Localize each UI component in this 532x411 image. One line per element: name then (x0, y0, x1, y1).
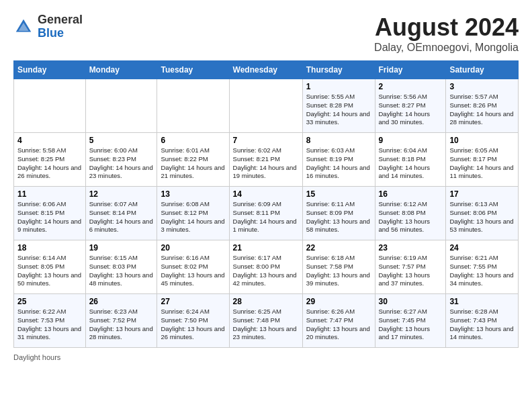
day-detail: Sunrise: 6:22 AM Sunset: 7:53 PM Dayligh… (17, 308, 82, 342)
day-number: 25 (17, 297, 82, 306)
day-number: 22 (306, 243, 371, 253)
calendar-cell: 19Sunrise: 6:15 AM Sunset: 8:03 PM Dayli… (85, 240, 157, 294)
calendar-cell: 4Sunrise: 5:58 AM Sunset: 8:25 PM Daylig… (14, 133, 86, 187)
day-number: 28 (233, 297, 299, 306)
day-number: 29 (306, 297, 371, 306)
day-detail: Sunrise: 6:15 AM Sunset: 8:03 PM Dayligh… (89, 254, 154, 288)
calendar-cell: 23Sunrise: 6:19 AM Sunset: 7:57 PM Dayli… (375, 240, 446, 294)
sub-title: Dalay, OEmnoegovi, Mongolia (374, 42, 519, 54)
day-detail: Sunrise: 6:02 AM Sunset: 8:21 PM Dayligh… (233, 146, 299, 181)
day-detail: Sunrise: 6:05 AM Sunset: 8:17 PM Dayligh… (449, 146, 515, 181)
title-block: August 2024 Dalay, OEmnoegovi, Mongolia (374, 13, 519, 54)
calendar-cell (229, 79, 302, 133)
calendar-cell: 17Sunrise: 6:13 AM Sunset: 8:06 PM Dayli… (446, 187, 519, 240)
day-number: 16 (379, 189, 443, 199)
day-number: 30 (379, 297, 443, 306)
footer: Daylight hours (13, 353, 519, 361)
day-detail: Sunrise: 5:55 AM Sunset: 8:28 PM Dayligh… (306, 93, 371, 127)
col-header-monday: Monday (85, 61, 157, 79)
calendar-cell: 2Sunrise: 5:56 AM Sunset: 8:27 PM Daylig… (375, 79, 446, 133)
calendar-cell: 10Sunrise: 6:05 AM Sunset: 8:17 PM Dayli… (446, 133, 519, 187)
day-number: 10 (449, 136, 515, 145)
day-number: 31 (449, 297, 515, 306)
day-detail: Sunrise: 6:26 AM Sunset: 7:47 PM Dayligh… (306, 308, 371, 342)
day-detail: Sunrise: 6:23 AM Sunset: 7:52 PM Dayligh… (89, 308, 154, 342)
day-detail: Sunrise: 6:13 AM Sunset: 8:06 PM Dayligh… (449, 200, 515, 234)
calendar-cell: 15Sunrise: 6:11 AM Sunset: 8:09 PM Dayli… (302, 187, 375, 240)
calendar-cell (157, 79, 229, 133)
day-number: 2 (379, 82, 443, 91)
day-detail: Sunrise: 6:09 AM Sunset: 8:11 PM Dayligh… (233, 200, 299, 234)
calendar-table: SundayMondayTuesdayWednesdayThursdayFrid… (13, 60, 519, 348)
day-detail: Sunrise: 6:04 AM Sunset: 8:18 PM Dayligh… (379, 146, 443, 181)
day-number: 3 (449, 82, 515, 91)
day-number: 19 (89, 243, 154, 253)
col-header-saturday: Saturday (446, 61, 519, 79)
day-number: 27 (161, 297, 225, 306)
day-detail: Sunrise: 6:11 AM Sunset: 8:09 PM Dayligh… (306, 200, 371, 234)
logo-icon (13, 17, 34, 37)
col-header-sunday: Sunday (14, 61, 86, 79)
day-number: 5 (89, 136, 154, 145)
day-detail: Sunrise: 6:17 AM Sunset: 8:00 PM Dayligh… (233, 254, 299, 288)
calendar-cell: 22Sunrise: 6:18 AM Sunset: 7:58 PM Dayli… (302, 240, 375, 294)
day-detail: Sunrise: 6:06 AM Sunset: 8:15 PM Dayligh… (17, 200, 82, 234)
calendar-cell: 3Sunrise: 5:57 AM Sunset: 8:26 PM Daylig… (446, 79, 519, 133)
day-detail: Sunrise: 6:25 AM Sunset: 7:48 PM Dayligh… (233, 308, 299, 342)
calendar-cell: 29Sunrise: 6:26 AM Sunset: 7:47 PM Dayli… (302, 294, 375, 348)
col-header-thursday: Thursday (302, 61, 375, 79)
day-detail: Sunrise: 6:19 AM Sunset: 7:57 PM Dayligh… (379, 254, 443, 288)
main-title: August 2024 (374, 13, 519, 42)
day-detail: Sunrise: 6:27 AM Sunset: 7:45 PM Dayligh… (379, 308, 443, 342)
day-detail: Sunrise: 5:58 AM Sunset: 8:25 PM Dayligh… (17, 146, 82, 181)
calendar-cell: 16Sunrise: 6:12 AM Sunset: 8:08 PM Dayli… (375, 187, 446, 240)
calendar-cell: 24Sunrise: 6:21 AM Sunset: 7:55 PM Dayli… (446, 240, 519, 294)
col-header-friday: Friday (375, 61, 446, 79)
calendar-cell: 7Sunrise: 6:02 AM Sunset: 8:21 PM Daylig… (229, 133, 302, 187)
calendar-cell: 14Sunrise: 6:09 AM Sunset: 8:11 PM Dayli… (229, 187, 302, 240)
day-detail: Sunrise: 6:18 AM Sunset: 7:58 PM Dayligh… (306, 254, 371, 288)
calendar-cell: 9Sunrise: 6:04 AM Sunset: 8:18 PM Daylig… (375, 133, 446, 187)
day-detail: Sunrise: 5:57 AM Sunset: 8:26 PM Dayligh… (449, 93, 515, 127)
day-number: 21 (233, 243, 299, 253)
logo-blue: Blue (38, 27, 83, 40)
day-number: 26 (89, 297, 154, 306)
calendar-cell: 20Sunrise: 6:16 AM Sunset: 8:02 PM Dayli… (157, 240, 229, 294)
day-number: 24 (449, 243, 515, 253)
calendar-cell (14, 79, 86, 133)
col-header-tuesday: Tuesday (157, 61, 229, 79)
col-header-wednesday: Wednesday (229, 61, 302, 79)
day-detail: Sunrise: 6:24 AM Sunset: 7:50 PM Dayligh… (161, 308, 225, 342)
day-number: 12 (89, 189, 154, 199)
calendar-cell (85, 79, 157, 133)
day-detail: Sunrise: 6:28 AM Sunset: 7:43 PM Dayligh… (449, 308, 515, 342)
daylight-label: Daylight hours (13, 353, 60, 361)
calendar-week-5: 25Sunrise: 6:22 AM Sunset: 7:53 PM Dayli… (14, 294, 519, 348)
calendar-cell: 25Sunrise: 6:22 AM Sunset: 7:53 PM Dayli… (14, 294, 86, 348)
calendar-cell: 13Sunrise: 6:08 AM Sunset: 8:12 PM Dayli… (157, 187, 229, 240)
day-number: 11 (17, 189, 82, 199)
calendar-cell: 11Sunrise: 6:06 AM Sunset: 8:15 PM Dayli… (14, 187, 86, 240)
day-number: 18 (17, 243, 82, 253)
calendar-header-row: SundayMondayTuesdayWednesdayThursdayFrid… (14, 61, 519, 79)
calendar-cell: 31Sunrise: 6:28 AM Sunset: 7:43 PM Dayli… (446, 294, 519, 348)
calendar-cell: 21Sunrise: 6:17 AM Sunset: 8:00 PM Dayli… (229, 240, 302, 294)
day-detail: Sunrise: 6:16 AM Sunset: 8:02 PM Dayligh… (161, 254, 225, 288)
day-detail: Sunrise: 6:00 AM Sunset: 8:23 PM Dayligh… (89, 146, 154, 181)
day-number: 17 (449, 189, 515, 199)
day-detail: Sunrise: 6:21 AM Sunset: 7:55 PM Dayligh… (449, 254, 515, 288)
day-number: 23 (379, 243, 443, 253)
day-detail: Sunrise: 5:56 AM Sunset: 8:27 PM Dayligh… (379, 93, 443, 127)
calendar-cell: 26Sunrise: 6:23 AM Sunset: 7:52 PM Dayli… (85, 294, 157, 348)
day-detail: Sunrise: 6:01 AM Sunset: 8:22 PM Dayligh… (161, 146, 225, 181)
calendar-week-4: 18Sunrise: 6:14 AM Sunset: 8:05 PM Dayli… (14, 240, 519, 294)
day-number: 15 (306, 189, 371, 199)
day-number: 4 (17, 136, 82, 145)
logo: General Blue (13, 13, 83, 40)
calendar-cell: 8Sunrise: 6:03 AM Sunset: 8:19 PM Daylig… (302, 133, 375, 187)
logo-text: General Blue (38, 13, 83, 40)
calendar-cell: 27Sunrise: 6:24 AM Sunset: 7:50 PM Dayli… (157, 294, 229, 348)
day-number: 20 (161, 243, 225, 253)
day-number: 6 (161, 136, 225, 145)
day-detail: Sunrise: 6:14 AM Sunset: 8:05 PM Dayligh… (17, 254, 82, 288)
